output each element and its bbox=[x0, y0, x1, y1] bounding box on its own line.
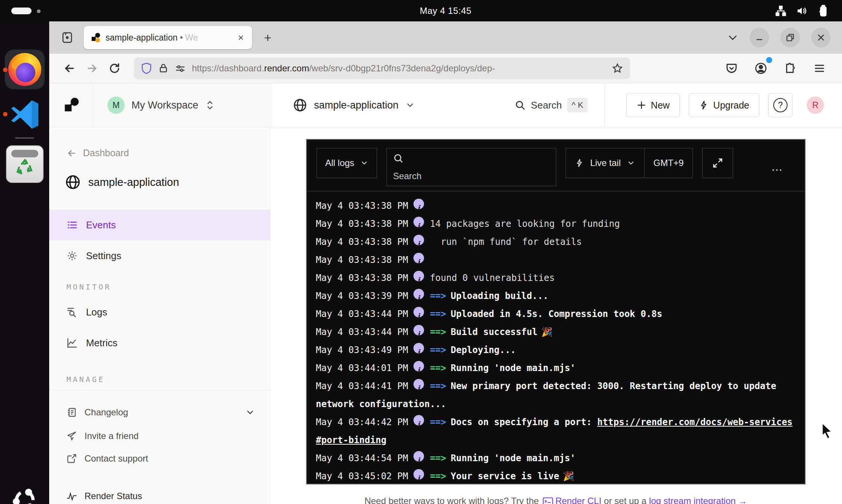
log-toolbar: All logs Search Live tai bbox=[307, 140, 805, 192]
log-timestamp: May 4 03:43:38 PM bbox=[316, 255, 408, 265]
info-icon: i bbox=[413, 253, 424, 263]
lightning-icon bbox=[575, 158, 584, 168]
workspace-switcher[interactable]: M My Workspace bbox=[93, 83, 271, 127]
render-logo[interactable] bbox=[49, 83, 93, 127]
sidebar: Dashboard sample-application Events bbox=[49, 127, 270, 504]
log-timestamp: May 4 03:44:01 PM bbox=[316, 363, 408, 373]
log-stream-integration-link[interactable]: log stream integration → bbox=[649, 496, 747, 504]
log-arrow: ==> bbox=[430, 381, 446, 391]
upgrade-button[interactable]: Upgrade bbox=[689, 93, 759, 117]
tab-bar: sample-application•We × + bbox=[49, 21, 842, 54]
sidebar-item-settings[interactable]: Settings bbox=[49, 240, 270, 271]
tab-favicon-render-icon bbox=[91, 32, 101, 43]
info-icon: i bbox=[413, 415, 424, 426]
mouse-cursor bbox=[819, 421, 835, 441]
sidebar-item-changelog[interactable]: Changelog bbox=[49, 400, 270, 425]
workspace-dot-indicator[interactable] bbox=[37, 9, 41, 13]
volume-icon[interactable] bbox=[796, 5, 807, 17]
log-entry: May 4 03:43:44 PMi==>Uploaded in 4.5s. C… bbox=[316, 305, 796, 323]
log-timestamp: May 4 03:43:38 PM bbox=[316, 237, 408, 247]
chevron-down-icon bbox=[360, 159, 368, 167]
list-all-tabs-chevron-icon[interactable] bbox=[727, 32, 738, 43]
log-entry: May 4 03:43:38 PMifound 0 vulnerabilitie… bbox=[316, 269, 796, 287]
info-icon: i bbox=[413, 289, 424, 299]
info-icon: i bbox=[413, 235, 424, 245]
log-arrow: ==> bbox=[430, 363, 446, 373]
navigation-bar: https://dashboard.render.com/web/srv-d0b… bbox=[49, 54, 842, 83]
log-timestamp: May 4 03:43:49 PM bbox=[316, 345, 408, 355]
render-dashboard-app: M My Workspace sample-application S bbox=[49, 83, 842, 504]
sidebar-item-contact-support[interactable]: Contact support bbox=[49, 447, 270, 470]
workspace-pill-indicator[interactable] bbox=[11, 8, 32, 14]
status-pulse-icon bbox=[66, 491, 77, 501]
log-search-input[interactable]: Search bbox=[386, 148, 556, 186]
menu-hamburger-icon[interactable] bbox=[810, 59, 829, 78]
log-arrow: ==> bbox=[430, 327, 446, 337]
new-tab-button[interactable]: + bbox=[264, 30, 272, 45]
dock-trash-icon[interactable] bbox=[0, 145, 49, 183]
live-tail-dropdown[interactable]: Live tail bbox=[566, 148, 644, 178]
render-cli-link[interactable]: Render CLI bbox=[555, 496, 602, 504]
log-lines: May 4 03:43:38 PMiMay 4 03:43:38 PMi14 p… bbox=[307, 192, 805, 484]
log-entry: May 4 03:43:49 PMi==>Deploying... bbox=[316, 341, 796, 359]
pocket-icon[interactable] bbox=[722, 59, 741, 78]
log-filter-dropdown[interactable]: All logs bbox=[317, 148, 377, 178]
dock-firefox-icon[interactable] bbox=[0, 50, 49, 89]
permissions-icon[interactable] bbox=[175, 63, 186, 74]
window-close-button[interactable] bbox=[811, 28, 831, 47]
user-avatar[interactable]: R bbox=[807, 97, 824, 114]
battery-icon[interactable] bbox=[817, 5, 828, 17]
expand-logs-button[interactable] bbox=[702, 148, 733, 178]
changelog-notebook-icon bbox=[66, 407, 77, 418]
log-timestamp: May 4 03:44:41 PM bbox=[316, 381, 408, 391]
tab-close-icon[interactable]: × bbox=[236, 31, 246, 44]
log-more-menu[interactable]: ⋯ bbox=[771, 163, 784, 176]
log-message: Running 'node main.mjs' bbox=[451, 453, 575, 463]
window-maximize-button[interactable] bbox=[780, 28, 800, 47]
lock-icon[interactable] bbox=[158, 63, 169, 74]
service-switcher[interactable]: sample-application bbox=[271, 83, 415, 127]
bookmark-star-icon[interactable] bbox=[612, 63, 623, 74]
tab-sample-application[interactable]: sample-application•We × bbox=[84, 26, 252, 49]
logs-search-icon bbox=[66, 306, 78, 318]
system-clock[interactable]: May 4 15:45 bbox=[49, 0, 842, 21]
reload-icon[interactable] bbox=[105, 59, 124, 78]
log-entry: May 4 03:44:01 PMi==>Running 'node main.… bbox=[316, 359, 796, 377]
firefox-view-icon[interactable] bbox=[57, 28, 77, 47]
sidebar-item-metrics[interactable]: Metrics bbox=[49, 327, 270, 358]
service-name: sample-application bbox=[314, 100, 398, 111]
back-icon[interactable] bbox=[60, 59, 79, 78]
url-bar[interactable]: https://dashboard.render.com/web/srv-d0b… bbox=[134, 57, 630, 79]
sidebar-item-events[interactable]: Events bbox=[49, 210, 270, 240]
network-icon[interactable] bbox=[775, 5, 786, 17]
tracking-protection-shield-icon[interactable] bbox=[141, 62, 152, 75]
firefox-window: sample-application•We × + bbox=[49, 21, 842, 504]
info-icon: i bbox=[413, 469, 424, 480]
dock-app-grid-ubuntu-icon[interactable] bbox=[0, 485, 49, 504]
log-arrow: ==> bbox=[430, 417, 446, 427]
log-entry: May 4 03:43:39 PMi==>Uploading build... bbox=[316, 287, 796, 305]
paper-plane-icon bbox=[66, 431, 77, 441]
question-icon: ? bbox=[773, 98, 788, 112]
extensions-puzzle-icon[interactable] bbox=[780, 59, 800, 78]
log-entry: May 4 03:44:54 PMi==>Running 'node main.… bbox=[316, 449, 796, 467]
help-button[interactable]: ? bbox=[768, 93, 792, 117]
new-button[interactable]: New bbox=[626, 93, 680, 117]
sidebar-item-logs[interactable]: Logs bbox=[49, 297, 270, 327]
sidebar-item-invite-a-friend[interactable]: Invite a friend bbox=[49, 425, 270, 447]
log-entry: May 4 03:44:42 PMi==>Docs on specifying … bbox=[316, 413, 796, 449]
global-search-button[interactable]: Search ^ K bbox=[515, 98, 605, 112]
sidebar-item-render-status[interactable]: Render Status bbox=[49, 485, 270, 504]
forward-icon[interactable] bbox=[82, 59, 102, 78]
dock-vscode-icon[interactable] bbox=[0, 98, 49, 131]
log-entry: May 4 03:43:38 PMi run `npm fund` for de… bbox=[316, 233, 796, 251]
sidebar-back-to-dashboard[interactable]: Dashboard bbox=[49, 148, 270, 158]
timezone-button[interactable]: GMT+9 bbox=[644, 148, 693, 178]
lightning-icon bbox=[699, 100, 709, 110]
globe-icon bbox=[65, 174, 81, 190]
logs-footer-hint: Need better ways to work with logs? Try … bbox=[306, 496, 806, 504]
window-minimize-button[interactable] bbox=[750, 28, 769, 47]
account-icon[interactable] bbox=[751, 59, 771, 78]
log-arrow: ==> bbox=[430, 345, 446, 355]
account-notification-dot bbox=[766, 57, 772, 63]
